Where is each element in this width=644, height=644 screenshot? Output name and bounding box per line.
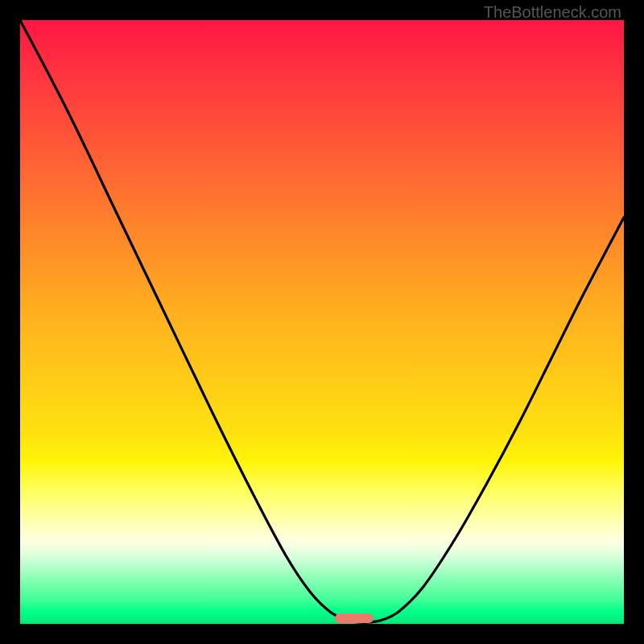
curve-path (20, 20, 624, 622)
bottleneck-curve (20, 20, 624, 624)
attribution-text: TheBottleneck.com (484, 3, 621, 22)
optimum-marker (335, 613, 374, 623)
chart-container: TheBottleneck.com (0, 0, 644, 644)
